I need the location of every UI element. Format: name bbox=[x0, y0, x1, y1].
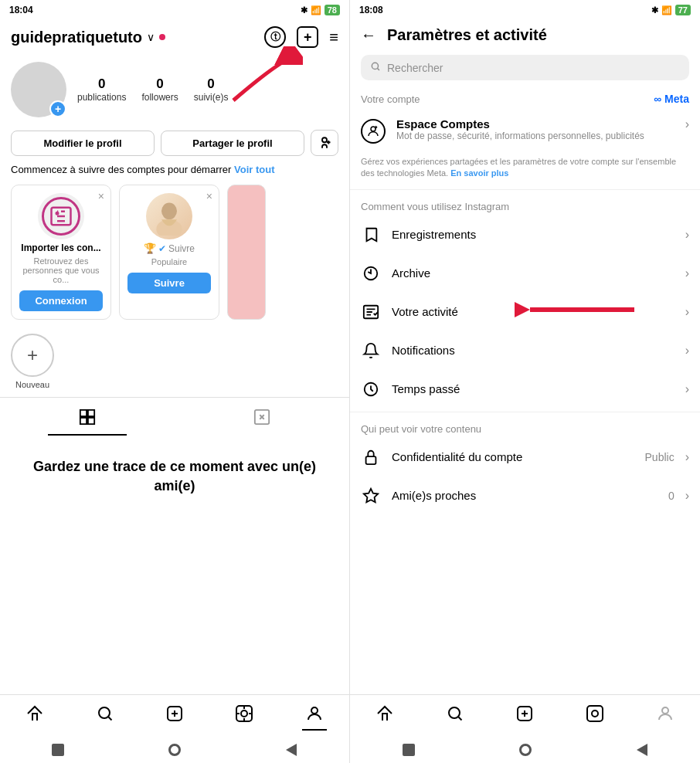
connexion-button[interactable]: Connexion bbox=[19, 290, 103, 311]
username-row: guidepratiquetuto ∨ bbox=[11, 29, 165, 46]
en-savoir-plus-link[interactable]: En savoir plus bbox=[450, 168, 508, 178]
svg-point-23 bbox=[449, 707, 460, 718]
edit-profile-button[interactable]: Modifier le profil bbox=[11, 131, 155, 156]
right-tab-home[interactable] bbox=[372, 701, 397, 731]
confidentialite-value: Public bbox=[645, 451, 675, 463]
voir-tout-link[interactable]: Voir tout bbox=[234, 164, 274, 175]
svg-point-10 bbox=[99, 707, 110, 718]
search-box[interactable]: Rechercher bbox=[361, 55, 689, 80]
story-label: Nouveau bbox=[15, 380, 49, 389]
stat-following[interactable]: 0 suivi(e)s bbox=[194, 76, 229, 103]
right-status-bar: 18:08 ✱ 📶 77 bbox=[350, 0, 700, 20]
notifications-icon bbox=[361, 341, 381, 361]
android-back-btn[interactable] bbox=[284, 742, 299, 758]
votre-activite-container: Votre activité › bbox=[350, 293, 700, 331]
svg-point-15 bbox=[372, 63, 378, 69]
divider-1 bbox=[350, 189, 700, 190]
left-time: 18:04 bbox=[9, 5, 33, 15]
right-tab-profile[interactable] bbox=[653, 701, 678, 731]
suggestion-name-0: Importer les con... bbox=[21, 242, 100, 253]
svg-point-27 bbox=[662, 707, 668, 714]
right-android-nav bbox=[350, 737, 700, 763]
grid-tabs bbox=[0, 397, 349, 442]
temps-passe-label: Temps passé bbox=[392, 382, 675, 395]
menu-archive[interactable]: Archive › bbox=[350, 254, 700, 293]
menu-notifications[interactable]: Notifications › bbox=[350, 331, 700, 370]
qui-section-label: Qui peut voir votre contenu bbox=[350, 415, 700, 438]
stat-publications: 0 publications bbox=[77, 76, 126, 103]
new-post-icon[interactable]: + bbox=[297, 26, 318, 48]
right-tab-search[interactable] bbox=[443, 701, 467, 731]
username-label: guidepratiquetuto bbox=[11, 29, 142, 46]
right-tab-reels[interactable] bbox=[583, 701, 607, 731]
enregistrements-label: Enregistrements bbox=[392, 228, 675, 241]
tab-profile[interactable] bbox=[302, 701, 327, 731]
profile-buttons: Modifier le profil Partager le profil bbox=[0, 125, 349, 161]
new-story-button[interactable]: + bbox=[11, 334, 54, 377]
svg-marker-22 bbox=[364, 489, 378, 502]
svg-rect-25 bbox=[587, 706, 603, 721]
svg-point-16 bbox=[371, 127, 375, 131]
enregistrements-chevron-icon: › bbox=[685, 228, 689, 242]
threads-icon[interactable]: ⓣ bbox=[264, 26, 286, 48]
tab-grid[interactable] bbox=[48, 404, 127, 436]
tab-reels[interactable] bbox=[232, 701, 257, 731]
red-arrow-activity bbox=[515, 294, 638, 328]
tab-home[interactable] bbox=[22, 701, 47, 731]
confidentialite-label: Confidentialité du compte bbox=[392, 450, 634, 463]
hamburger-icon[interactable]: ≡ bbox=[329, 29, 338, 46]
archive-chevron-icon: › bbox=[685, 266, 689, 280]
menu-temps-passe[interactable]: Temps passé › bbox=[350, 370, 700, 409]
tab-search[interactable] bbox=[93, 701, 117, 731]
menu-enregistrements[interactable]: Enregistrements › bbox=[350, 215, 700, 254]
svg-rect-8 bbox=[88, 418, 94, 424]
notifications-chevron-icon: › bbox=[685, 344, 689, 358]
left-status-bar: 18:04 ✱ 📶 78 bbox=[0, 0, 349, 20]
right-tab-add[interactable] bbox=[512, 701, 537, 731]
back-arrow-icon[interactable]: ← bbox=[361, 26, 376, 44]
espace-comptes-item[interactable]: Espace Comptes Mot de passe, sécurité, i… bbox=[350, 108, 700, 153]
empty-content: Gardez une trace de ce moment avec un(e)… bbox=[0, 442, 349, 511]
suggestion-avatar-1 bbox=[146, 193, 192, 239]
notification-dot bbox=[159, 34, 165, 40]
right-bottom-tabs bbox=[350, 694, 700, 737]
temps-passe-icon bbox=[361, 379, 381, 399]
close-icon-0[interactable]: × bbox=[98, 190, 104, 202]
svg-rect-7 bbox=[80, 418, 87, 424]
stats-row: 0 publications 0 followers 0 suivi(e)s bbox=[77, 76, 228, 103]
android-square-btn[interactable] bbox=[50, 742, 66, 758]
add-person-button[interactable] bbox=[311, 130, 338, 156]
right-android-home-btn[interactable] bbox=[518, 742, 533, 758]
right-android-square-btn[interactable] bbox=[401, 742, 416, 758]
archive-icon bbox=[361, 263, 381, 283]
suggestion-populaire: Populaire bbox=[151, 257, 187, 266]
star-icon bbox=[361, 486, 381, 506]
tab-tagged[interactable] bbox=[223, 404, 301, 436]
svg-rect-5 bbox=[80, 410, 87, 416]
amis-proches-value: 0 bbox=[668, 490, 675, 502]
chevron-down-icon[interactable]: ∨ bbox=[147, 31, 155, 43]
avatar-plus-icon[interactable]: + bbox=[49, 100, 66, 117]
follow-suggestion-text: Commencez à suivre des comptes pour déma… bbox=[0, 161, 349, 178]
left-panel: 18:04 ✱ 📶 78 guidepratiquetuto ∨ ⓣ + ≡ bbox=[0, 0, 350, 763]
menu-amis-proches[interactable]: Ami(e)s proches 0 › bbox=[350, 476, 700, 515]
search-input[interactable]: Rechercher bbox=[387, 62, 443, 74]
close-icon-1[interactable]: × bbox=[206, 190, 212, 202]
menu-confidentialite[interactable]: Confidentialité du compte Public › bbox=[350, 438, 700, 476]
right-status-icons: ✱ 📶 77 bbox=[651, 5, 691, 15]
contact-icon bbox=[42, 197, 80, 236]
story-section: + Nouveau bbox=[0, 326, 349, 397]
share-profile-button[interactable]: Partager le profil bbox=[161, 131, 304, 156]
right-android-back-btn[interactable] bbox=[634, 742, 650, 758]
suivre-button[interactable]: Suivre bbox=[127, 273, 211, 293]
suggestion-verified-1: 🏆 ✔ Suivre bbox=[144, 242, 195, 254]
left-android-nav bbox=[0, 737, 349, 763]
svg-point-2 bbox=[56, 212, 59, 215]
svg-point-14 bbox=[311, 707, 318, 714]
android-home-btn[interactable] bbox=[167, 742, 182, 758]
stat-followers[interactable]: 0 followers bbox=[141, 76, 178, 103]
suggestion-avatar-0 bbox=[38, 193, 84, 239]
espace-comptes-icon bbox=[361, 119, 386, 144]
tab-add[interactable] bbox=[162, 701, 187, 731]
suggestion-sub-0: Retrouvez des personnes que vous co... bbox=[19, 256, 103, 284]
